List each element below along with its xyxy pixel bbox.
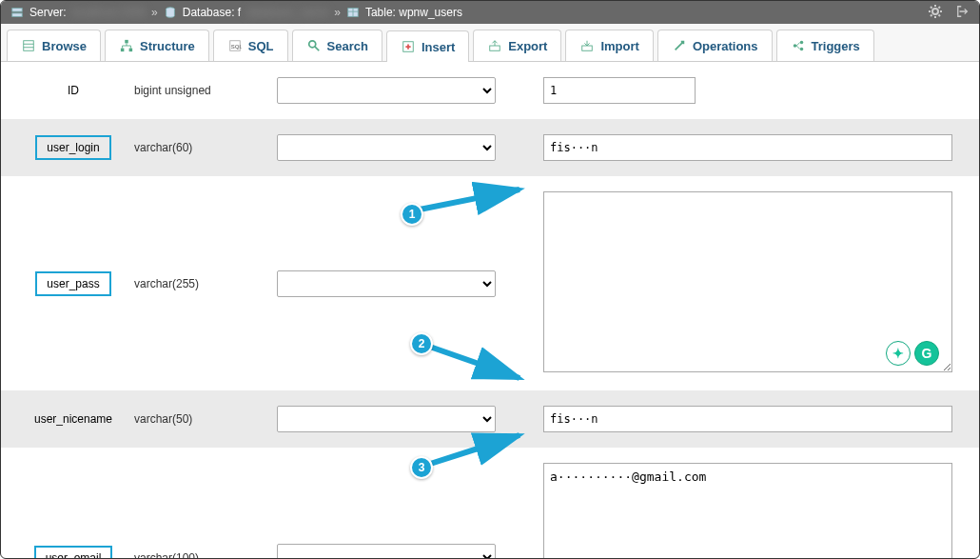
svg-text:SQL: SQL bbox=[230, 43, 241, 50]
svg-rect-18 bbox=[125, 40, 128, 44]
svg-point-30 bbox=[793, 44, 796, 48]
tab-bar: Browse Structure SQL SQL Search Insert E… bbox=[1, 24, 979, 62]
table-label[interactable]: Table: wpnw_users bbox=[365, 6, 462, 19]
svg-rect-15 bbox=[24, 41, 34, 51]
import-icon bbox=[579, 38, 595, 53]
tab-import[interactable]: Import bbox=[565, 30, 653, 61]
svg-line-11 bbox=[931, 7, 932, 9]
svg-rect-20 bbox=[129, 49, 133, 52]
tab-import-label: Import bbox=[600, 39, 638, 53]
database-value: database_name bbox=[246, 6, 328, 19]
browse-icon bbox=[21, 38, 36, 53]
sql-icon: SQL bbox=[227, 38, 243, 53]
svg-line-24 bbox=[314, 47, 318, 50]
server-icon bbox=[10, 6, 24, 19]
tab-browse-label: Browse bbox=[42, 39, 87, 53]
field-user-login-label: user_login bbox=[35, 135, 110, 160]
insert-icon bbox=[401, 39, 416, 54]
field-user-pass-label: user_pass bbox=[35, 271, 110, 296]
field-user-email-label: user_email bbox=[34, 546, 113, 559]
row-id: ID bigint unsigned bbox=[1, 62, 979, 119]
triggers-icon bbox=[791, 38, 806, 53]
tab-sql-label: SQL bbox=[248, 39, 274, 53]
breadcrumb: Server: localhost:3306 » Database: f dat… bbox=[1, 1, 979, 24]
field-id-value[interactable] bbox=[543, 77, 696, 104]
gear-icon[interactable] bbox=[928, 4, 943, 22]
field-id-type: bigint unsigned bbox=[134, 84, 277, 97]
svg-point-32 bbox=[799, 48, 803, 51]
tab-insert-label: Insert bbox=[421, 40, 455, 54]
row-user-login: user_login varchar(60) bbox=[1, 119, 979, 176]
svg-point-6 bbox=[932, 9, 938, 14]
server-value: localhost:3306 bbox=[72, 6, 146, 19]
tab-triggers[interactable]: Triggers bbox=[776, 30, 874, 61]
tab-browse[interactable]: Browse bbox=[7, 30, 101, 61]
svg-rect-29 bbox=[582, 46, 593, 50]
svg-point-23 bbox=[308, 41, 315, 48]
operations-icon bbox=[672, 38, 687, 53]
row-user-email: user_email varchar(100) a··········@gmai… bbox=[1, 448, 979, 559]
tab-triggers-label: Triggers bbox=[812, 39, 860, 53]
form-rows: ID bigint unsigned user_login varchar(60… bbox=[1, 62, 979, 559]
field-user-email-function[interactable] bbox=[277, 544, 496, 559]
database-icon bbox=[164, 6, 177, 19]
svg-point-31 bbox=[799, 41, 803, 45]
sep-2: » bbox=[334, 6, 341, 19]
field-user-nicename-value[interactable] bbox=[543, 406, 952, 432]
database-label[interactable]: Database: f bbox=[183, 6, 241, 19]
field-user-pass-function[interactable] bbox=[277, 270, 496, 297]
field-user-nicename-label: user_nicename bbox=[25, 409, 122, 429]
export-icon bbox=[487, 38, 502, 53]
svg-line-12 bbox=[939, 14, 941, 16]
svg-rect-19 bbox=[121, 49, 125, 52]
tab-export-label: Export bbox=[508, 39, 547, 53]
svg-line-14 bbox=[939, 7, 941, 9]
grammarly-check-icon[interactable]: G bbox=[914, 341, 939, 366]
grammarly-widget: ✦ G bbox=[886, 341, 939, 366]
field-user-login-function[interactable] bbox=[277, 134, 496, 161]
tab-structure[interactable]: Structure bbox=[105, 30, 209, 61]
sep-1: » bbox=[151, 6, 158, 19]
server-label[interactable]: Server: bbox=[29, 6, 67, 19]
field-user-login-value[interactable] bbox=[543, 134, 952, 161]
svg-rect-1 bbox=[12, 13, 23, 17]
table-icon bbox=[346, 6, 360, 19]
svg-line-13 bbox=[931, 14, 932, 16]
structure-icon bbox=[119, 38, 134, 53]
field-user-login-type: varchar(60) bbox=[134, 141, 277, 154]
tab-export[interactable]: Export bbox=[473, 30, 561, 61]
field-user-email-value[interactable]: a··········@gmail.com bbox=[543, 463, 952, 559]
exit-icon[interactable] bbox=[956, 5, 970, 21]
tab-search-label: Search bbox=[327, 39, 368, 53]
tab-sql[interactable]: SQL SQL bbox=[213, 30, 288, 61]
row-user-nicename: user_nicename varchar(50) bbox=[1, 390, 979, 448]
tab-structure-label: Structure bbox=[140, 39, 195, 53]
field-user-email-type: varchar(100) bbox=[134, 551, 277, 559]
tab-insert[interactable]: Insert bbox=[386, 30, 469, 62]
field-user-nicename-function[interactable] bbox=[277, 406, 496, 432]
svg-rect-28 bbox=[490, 46, 500, 50]
tab-operations-label: Operations bbox=[693, 39, 758, 53]
tab-search[interactable]: Search bbox=[292, 30, 382, 61]
row-user-pass: user_pass varchar(255) ✦ G bbox=[1, 176, 979, 390]
field-id-label: ID bbox=[58, 80, 88, 101]
svg-rect-0 bbox=[12, 9, 23, 12]
field-user-nicename-type: varchar(50) bbox=[134, 412, 277, 426]
field-user-pass-type: varchar(255) bbox=[134, 277, 277, 290]
grammarly-tone-icon[interactable]: ✦ bbox=[886, 341, 911, 366]
field-id-function[interactable] bbox=[277, 77, 496, 104]
search-icon bbox=[306, 38, 322, 53]
tab-operations[interactable]: Operations bbox=[657, 30, 773, 61]
